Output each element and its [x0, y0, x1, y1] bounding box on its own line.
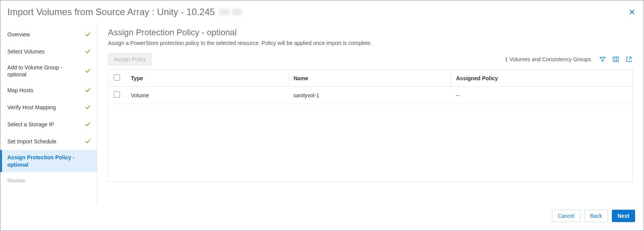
table-toolbar: Assign Policy 1 Volumes and Consistency …: [108, 53, 633, 66]
step-label: Review: [7, 177, 91, 184]
step-verify-host[interactable]: Verify Host Mapping: [0, 99, 97, 116]
step-label: Verify Host Mapping: [7, 104, 81, 111]
step-import-schedule[interactable]: Set Import Schedule: [0, 133, 97, 150]
wizard-footer: Cancel Back Next: [0, 203, 644, 231]
page-heading: Assign Protection Policy - optional: [108, 28, 633, 38]
step-protection-policy[interactable]: Assign Protection Policy - optional: [0, 150, 97, 172]
volumes-table-container: Type Name Assigned Policy Volume sanityv…: [108, 69, 633, 182]
close-icon: [629, 9, 635, 16]
step-label: Overview: [7, 31, 81, 38]
checkmark-icon: [84, 121, 91, 129]
step-overview[interactable]: Overview: [0, 26, 97, 43]
filter-icon: [599, 56, 606, 63]
col-policy-header[interactable]: Assigned Policy: [450, 70, 632, 87]
dialog-body: Overview Select Volumes Add to Volume Gr…: [0, 22, 644, 203]
step-label: Add to Volume Group - optional: [7, 64, 81, 78]
checkmark-icon: [84, 31, 91, 39]
step-storage-ip[interactable]: Select a Storage IP: [0, 116, 97, 133]
table-header-row: Type Name Assigned Policy: [108, 70, 632, 87]
dialog-title-text: Import Volumes from Source Array : Unity…: [7, 7, 215, 17]
checkmark-icon: [84, 86, 91, 95]
page-subtitle: Assign a PowerStore protection policy to…: [108, 40, 633, 46]
columns-icon: [612, 56, 619, 63]
volumes-table: Type Name Assigned Policy Volume sanityv…: [108, 70, 632, 104]
close-button[interactable]: [627, 7, 637, 17]
step-select-volumes[interactable]: Select Volumes: [0, 43, 97, 60]
svg-rect-0: [613, 57, 618, 62]
dialog-title-masked: 88.88: [219, 7, 242, 17]
step-volume-group[interactable]: Add to Volume Group - optional: [0, 60, 97, 82]
row-policy: --: [450, 87, 632, 104]
dialog-titlebar: Import Volumes from Source Array : Unity…: [0, 0, 644, 22]
step-review: Review: [0, 172, 97, 189]
row-name: sanityvol-1: [288, 87, 450, 104]
wizard-steps: Overview Select Volumes Add to Volume Gr…: [0, 22, 97, 203]
checkmark-icon: [84, 138, 91, 146]
col-name-header[interactable]: Name: [288, 70, 450, 87]
selection-counter: 1 Volumes and Consistency Groups: [505, 56, 591, 62]
step-label: Select Volumes: [7, 48, 81, 55]
step-label: Select a Storage IP: [7, 121, 81, 128]
checkmark-icon: [84, 48, 91, 56]
row-checkbox[interactable]: [114, 91, 120, 98]
back-button[interactable]: Back: [584, 210, 608, 222]
filter-button[interactable]: [599, 55, 606, 63]
col-type-header[interactable]: Type: [125, 70, 288, 87]
select-all-checkbox[interactable]: [114, 74, 120, 81]
dialog-title: Import Volumes from Source Array : Unity…: [7, 7, 242, 17]
table-row[interactable]: Volume sanityvol-1 --: [108, 87, 632, 104]
table-tool-icons: [599, 55, 633, 63]
step-label: Assign Protection Policy - optional: [7, 154, 91, 168]
next-button[interactable]: Next: [612, 210, 635, 222]
assign-policy-button: Assign Policy: [108, 53, 152, 66]
cancel-button[interactable]: Cancel: [552, 210, 581, 222]
step-label: Map Hosts: [7, 87, 81, 94]
step-label: Set Import Schedule: [7, 138, 81, 145]
columns-button[interactable]: [612, 55, 620, 63]
step-map-hosts[interactable]: Map Hosts: [0, 82, 97, 99]
row-type: Volume: [125, 87, 288, 104]
export-button[interactable]: [625, 55, 633, 63]
checkmark-icon: [84, 67, 91, 75]
wizard-content: Assign Protection Policy - optional Assi…: [97, 22, 644, 203]
external-link-icon: [625, 56, 632, 63]
checkmark-icon: [84, 103, 91, 112]
